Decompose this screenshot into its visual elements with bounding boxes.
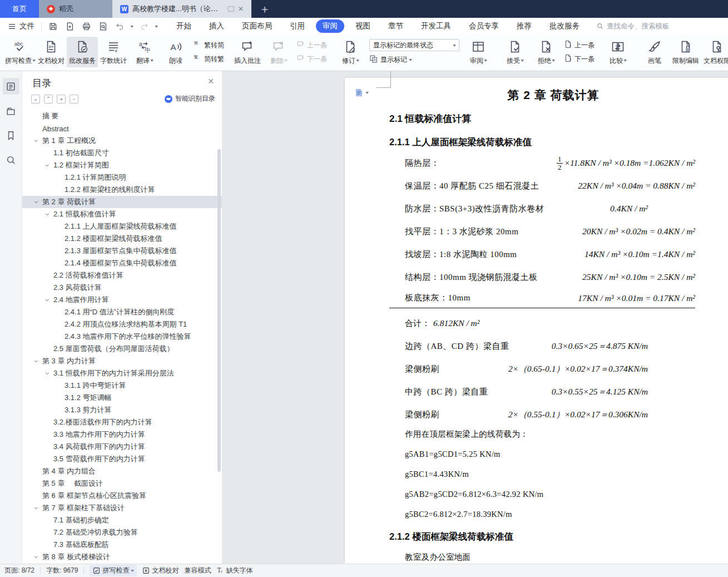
toc-item[interactable]: 3.3 地震力作用下的内力计算 <box>22 428 222 441</box>
document-proofread-button[interactable]: a文档校对 <box>36 37 67 67</box>
toc-item[interactable]: 3.1.2 弯矩调幅 <box>22 392 222 404</box>
undo-dropdown-caret[interactable]: ▾ <box>130 24 133 29</box>
delete-comment-button[interactable]: 删除▾ <box>263 37 294 67</box>
spell-check-status[interactable]: 拼写检查 ▾ <box>90 565 137 576</box>
tab-docer[interactable]: ❖ 稻壳 <box>39 0 112 18</box>
command-search[interactable]: 查找命令、搜索模板 <box>596 22 670 31</box>
menu-tab-4[interactable]: 审阅 <box>316 19 344 33</box>
toc-expand-all-button[interactable]: ＋ <box>57 95 66 103</box>
menu-tab-7[interactable]: 开发工具 <box>414 19 458 33</box>
toc-item[interactable]: 第 7 章 框架柱下基础设计 <box>22 502 222 514</box>
toc-item[interactable]: 第 5 章 截面设计 <box>22 477 222 490</box>
next-change-button[interactable]: 下一条 <box>564 54 595 64</box>
restrict-editing-button[interactable]: 限制编辑 <box>670 37 701 67</box>
outline-pane-icon[interactable] <box>3 78 19 95</box>
toc-item[interactable]: 3.4 风荷载作用下的内力计算 <box>22 441 222 453</box>
toc-item[interactable]: 第 6 章 框架节点核心区抗震验算 <box>22 490 222 502</box>
toc-item[interactable]: 2.5 屋面雪荷载（分布同屋面活荷载） <box>22 343 222 355</box>
compatibility-mode-badge[interactable]: 兼容模式 <box>184 566 211 575</box>
toc-item[interactable]: 7.3 基础底板配筋 <box>22 539 222 551</box>
toc-item[interactable]: 2.3 风荷载计算 <box>22 282 222 294</box>
menu-tab-8[interactable]: 会员专享 <box>462 19 506 33</box>
previous-comment-button[interactable]: 上一条 <box>296 40 327 50</box>
toc-item[interactable]: 2.1.2 楼面框架梁线荷载标准值 <box>22 233 222 245</box>
accept-change-button[interactable]: 接受▾ <box>499 37 531 67</box>
undo-icon[interactable] <box>114 21 125 32</box>
menu-tab-1[interactable]: 插入 <box>202 19 231 33</box>
smart-toc-button[interactable]: 智能识别目录 <box>165 94 215 103</box>
tab-document[interactable]: W 高校教学楼建...明书（论文） 🖵 ✕ <box>112 0 251 18</box>
toc-item[interactable]: 3.1.1 跨中弯矩计算 <box>22 379 222 392</box>
missing-font-status[interactable]: ? 缺失字体 <box>216 566 252 575</box>
toc-item[interactable]: 第 8 章 板式楼梯设计 <box>22 551 222 562</box>
chevron-down-icon[interactable] <box>33 138 42 144</box>
customize-toolbar-caret[interactable]: ▾ <box>155 24 157 29</box>
toc-item[interactable]: 7.1 基础初步确定 <box>22 514 222 526</box>
compare-button[interactable]: 比较▾ <box>602 37 633 67</box>
toc-item[interactable]: 1.2.1 计算简图说明 <box>22 171 222 184</box>
grading-service-button[interactable]: 批改服务 <box>67 37 98 67</box>
toc-item[interactable]: 2.1.1 上人屋面框架梁线荷载标准值 <box>22 220 222 233</box>
print-icon[interactable] <box>81 21 92 32</box>
toc-item[interactable]: 2.4 地震作用计算 <box>22 294 222 306</box>
translate-button[interactable]: a中翻译▾ <box>129 37 160 67</box>
toc-item[interactable]: 第 2 章 荷载计算 <box>22 196 222 208</box>
chevron-down-icon[interactable] <box>33 505 42 511</box>
toc-item[interactable]: 2.1.3 屋面框架节点集中荷载标准值 <box>22 245 222 257</box>
menu-tab-3[interactable]: 引用 <box>283 19 311 33</box>
toc-collapse-up-button[interactable]: ⌃ <box>44 95 53 103</box>
chevron-down-icon[interactable] <box>33 554 42 560</box>
chevron-down-icon[interactable] <box>33 358 42 364</box>
previous-change-button[interactable]: 上一条 <box>564 40 595 50</box>
toc-item[interactable]: 2.4.3 地震作用下的水平位移的弹性验算 <box>22 331 222 343</box>
menu-tab-5[interactable]: 视图 <box>349 19 377 33</box>
toc-item[interactable]: 摘 要 <box>22 110 222 122</box>
toc-item[interactable]: 2.4.2 用顶点位移法求结构基本周期 T1 <box>22 318 222 331</box>
chevron-down-icon[interactable] <box>44 297 53 303</box>
toc-item[interactable]: 7.2 基础受冲切承载力验算 <box>22 526 222 539</box>
chevron-down-icon[interactable] <box>44 162 53 168</box>
find-pane-icon[interactable] <box>3 151 19 168</box>
menu-tab-10[interactable]: 批改服务 <box>543 19 586 33</box>
markup-state-select[interactable]: 显示标记的最终状态▾ <box>369 39 459 51</box>
toc-item[interactable]: 2.1.4 楼面框架节点集中荷载标准值 <box>22 257 222 269</box>
menu-tab-0[interactable]: 开始 <box>170 19 198 33</box>
tab-home[interactable]: 首页 <box>0 0 39 18</box>
file-menu-button[interactable]: 文件 <box>0 18 41 34</box>
menu-tab-2[interactable]: 页面布局 <box>235 19 279 33</box>
new-tab-button[interactable]: ＋ <box>251 0 278 18</box>
print-preview-icon[interactable] <box>97 21 108 32</box>
split-window-icon[interactable]: 🖵 <box>227 6 234 12</box>
toc-item[interactable]: 3.1.3 剪力计算 <box>22 404 222 416</box>
ink-brush-button[interactable]: 画笔 <box>639 37 670 67</box>
export-pdf-icon[interactable] <box>64 21 75 32</box>
toc-item[interactable]: Abstract <box>22 122 222 135</box>
read-aloud-button[interactable]: A朗读 <box>160 37 191 67</box>
word-count-button[interactable]: #字数统计 <box>98 37 129 67</box>
review-pane-button[interactable]: 审阅▾ <box>463 37 494 67</box>
reject-change-button[interactable]: 拒绝▾ <box>531 37 562 67</box>
document-proofread-status[interactable]: 文档校对 <box>142 566 179 575</box>
toc-item[interactable]: 第 1 章 工程概况 <box>22 135 222 147</box>
redo-icon[interactable] <box>138 21 150 32</box>
track-changes-button[interactable]: 修订▾ <box>335 37 366 67</box>
toc-collapse-all-button[interactable]: － <box>70 95 78 103</box>
toc-item[interactable]: 1.2.2 框架梁柱的线刚度计算 <box>22 184 222 196</box>
insert-comment-button[interactable]: 插入批注 <box>232 37 263 67</box>
spell-check-button[interactable]: abc拼写检查▾ <box>4 37 36 67</box>
toc-item[interactable]: 3.1 恒载作用下的内力计算采用分层法 <box>22 367 222 379</box>
chevron-down-icon[interactable] <box>33 199 42 205</box>
document-permission-button[interactable]: 文档权限 <box>701 37 728 67</box>
menu-tab-6[interactable]: 章节 <box>382 19 410 33</box>
save-icon[interactable] <box>47 21 58 32</box>
bookmark-pane-icon[interactable] <box>3 127 19 144</box>
show-markup-button[interactable]: 显示标记▾ <box>369 55 459 65</box>
page-indicator[interactable]: 页面: 8/72 <box>4 566 34 575</box>
toc-item[interactable]: 第 3 章 内力计算 <box>22 355 222 367</box>
close-tab-icon[interactable]: ✕ <box>238 6 244 12</box>
simplified-to-traditional-button[interactable]: 繁简转繁 <box>194 54 224 64</box>
menu-tab-9[interactable]: 推荐 <box>510 19 538 33</box>
toc-item[interactable]: 1.2 框架计算简图 <box>22 159 222 171</box>
toc-item[interactable]: 2.1 恒载标准值计算 <box>22 208 222 220</box>
toc-item[interactable]: 3.5 雪荷载作用下的内力计算 <box>22 453 222 465</box>
